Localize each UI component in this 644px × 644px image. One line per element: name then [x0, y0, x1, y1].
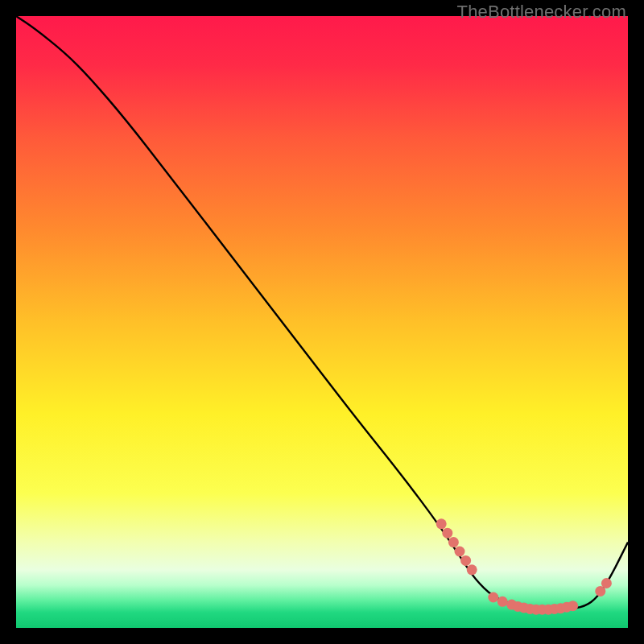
- data-point: [467, 564, 477, 575]
- data-point: [448, 537, 459, 547]
- watermark-text: TheBottlenecker.com: [457, 2, 626, 23]
- gradient-background: [16, 16, 628, 628]
- data-point: [442, 528, 452, 539]
- data-point: [568, 601, 578, 611]
- data-point: [460, 555, 471, 566]
- data-point: [497, 597, 508, 607]
- data-point: [436, 518, 447, 529]
- data-point: [455, 547, 465, 557]
- chart-plot: [16, 16, 628, 628]
- data-point: [488, 592, 498, 603]
- data-point: [601, 578, 612, 588]
